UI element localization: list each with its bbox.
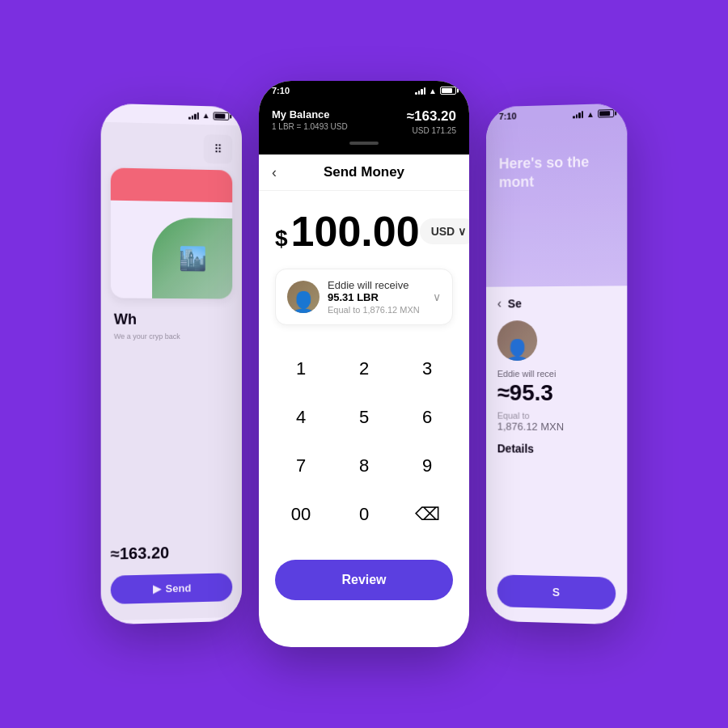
- center-currency-chevron: ∨: [458, 225, 466, 238]
- center-nav: ‹ Send Money: [259, 154, 469, 191]
- right-signal-icon: [573, 110, 583, 118]
- right-mxn-amount: 1,876.12 MXN: [497, 421, 616, 434]
- center-recipient-text: Eddie will receive 95.31 LBR Equal to 1,…: [328, 279, 433, 315]
- numpad-row-1: 1 2 3: [275, 346, 453, 392]
- center-recipient-card[interactable]: 👤 Eddie will receive 95.31 LBR Equal to …: [275, 269, 453, 325]
- center-header: My Balance 1 LBR = 1.0493 USD ≈163.20 US…: [259, 100, 469, 154]
- center-battery-icon: [440, 87, 456, 95]
- right-receive-amount: ≈95.3: [497, 380, 616, 406]
- center-receive-prefix: Eddie will receive: [328, 279, 408, 291]
- numpad-row-4: 00 0 ⌫: [275, 492, 453, 537]
- center-balance-left: My Balance 1 LBR = 1.0493 USD: [272, 108, 348, 131]
- center-drag-handle: [349, 142, 379, 145]
- left-qr-button[interactable]: ⠿: [204, 134, 233, 164]
- center-balance-label: My Balance: [272, 108, 348, 121]
- center-signal-icon: [415, 87, 425, 95]
- left-card-illustration: 🏙️: [152, 218, 232, 299]
- right-nav: ‹ Se: [497, 295, 616, 311]
- right-recipient-avatar: 👤: [497, 320, 537, 361]
- center-currency-selector[interactable]: USD ∨: [420, 218, 469, 244]
- center-review-button[interactable]: Review: [275, 560, 453, 600]
- left-what-title: Wh: [114, 311, 229, 329]
- right-wifi-icon: ▲: [586, 109, 595, 118]
- center-status-bar: 7:10 ▲: [259, 81, 469, 100]
- left-signal-icon: [188, 111, 199, 119]
- phone-center: 7:10 ▲ My Balance 1 LBR = 1.0493 USD ≈16: [259, 81, 469, 647]
- numpad-row-2: 4 5 6: [275, 395, 453, 440]
- left-send-label: Send: [166, 582, 192, 595]
- right-confirm-button[interactable]: S: [497, 574, 616, 610]
- numpad-key-0[interactable]: 0: [338, 492, 390, 537]
- center-recipient-avatar: 👤: [287, 281, 320, 313]
- phone-right: 7:10 ▲ Here's so the mont ‹: [486, 104, 627, 625]
- center-amount-row: $ 100.00 USD ∨: [275, 207, 453, 256]
- numpad-key-6[interactable]: 6: [401, 395, 453, 440]
- center-balance-right: ≈163.20 USD 171.25: [407, 108, 456, 135]
- numpad-key-1[interactable]: 1: [275, 346, 327, 392]
- left-wifi-icon: ▲: [202, 111, 210, 120]
- numpad-key-2[interactable]: 2: [338, 346, 390, 392]
- right-equal-text: Equal to: [497, 411, 616, 421]
- phones-container: ▲ ⠿ 🏙️ Wh We a your cryp back: [0, 0, 728, 728]
- right-time: 7:10: [499, 111, 517, 121]
- numpad-row-3: 7 8 9: [275, 443, 453, 489]
- send-arrow-icon: ▶: [153, 582, 161, 595]
- left-status-icons: ▲: [188, 111, 229, 121]
- numpad-key-8[interactable]: 8: [338, 443, 390, 489]
- right-nav-title: Se: [508, 297, 522, 310]
- right-receive-label: Eddie will recei: [497, 369, 616, 379]
- center-exchange-rate: 1 LBR = 1.0493 USD: [272, 122, 348, 131]
- left-what-subtitle: We a your cryp back: [114, 332, 229, 342]
- left-phone-body: ⠿ 🏙️ Wh We a your cryp back ≈163.20 ▶ Se…: [101, 122, 242, 621]
- right-content: ‹ Se 👤 Eddie will recei ≈95.3 Equal to 1…: [486, 286, 627, 472]
- center-recipient-left: 👤 Eddie will receive 95.31 LBR Equal to …: [287, 279, 433, 315]
- numpad-key-backspace[interactable]: ⌫: [401, 492, 453, 537]
- numpad-key-5[interactable]: 5: [338, 395, 390, 440]
- right-battery-icon: [598, 109, 614, 118]
- center-receive-amount-text: Eddie will receive 95.31 LBR: [328, 279, 433, 303]
- center-receive-sub: Equal to 1,876.12 MXN: [328, 305, 433, 315]
- center-amount-section: $ 100.00 USD ∨ 👤 Eddie will receive 95.: [259, 191, 469, 338]
- left-card: 🏙️: [111, 167, 232, 298]
- right-avatar-person-icon: 👤: [505, 340, 531, 361]
- left-what-section: Wh We a your cryp back: [111, 311, 232, 342]
- center-numpad: 1 2 3 4 5 6 7 8 9 00 0 ⌫: [259, 338, 469, 553]
- numpad-key-7[interactable]: 7: [275, 443, 327, 489]
- city-icon: 🏙️: [178, 245, 206, 272]
- avatar-person-icon: 👤: [290, 292, 316, 313]
- phone-left: ▲ ⠿ 🏙️ Wh We a your cryp back: [101, 104, 242, 625]
- numpad-key-4[interactable]: 4: [275, 395, 327, 440]
- center-wifi-icon: ▲: [429, 87, 437, 95]
- center-screen-title: Send Money: [324, 164, 404, 180]
- right-phone-body: Here's so the mont ‹ Se 👤 Eddie will rec…: [486, 123, 627, 622]
- center-usd-amount: USD 171.25: [407, 126, 456, 135]
- center-amount-value: 100.00: [291, 207, 420, 256]
- right-status-icons: ▲: [573, 109, 614, 119]
- numpad-key-9[interactable]: 9: [401, 443, 453, 489]
- center-back-button[interactable]: ‹: [272, 164, 277, 181]
- center-dollar-symbol: $: [275, 226, 288, 252]
- center-balance-amount: ≈163.20: [407, 108, 456, 125]
- center-status-icons: ▲: [415, 87, 456, 95]
- left-balance: ≈163.20: [111, 544, 169, 564]
- qr-icon: ⠿: [214, 142, 222, 155]
- left-send-button[interactable]: ▶ Send: [111, 573, 232, 604]
- left-battery-icon: [214, 112, 230, 120]
- numpad-key-3[interactable]: 3: [401, 346, 453, 392]
- center-currency-label: USD: [431, 225, 455, 238]
- center-receive-amount: 95.31 LBR: [328, 291, 379, 303]
- right-hero: Here's so the mont: [486, 123, 627, 287]
- center-amount-display: $ 100.00: [275, 207, 420, 256]
- center-time: 7:10: [272, 86, 290, 95]
- right-back-button[interactable]: ‹: [497, 296, 502, 311]
- center-balance-row: My Balance 1 LBR = 1.0493 USD ≈163.20 US…: [272, 108, 456, 135]
- center-recipient-chevron: ∨: [433, 290, 441, 303]
- right-details-title: Details: [497, 442, 616, 455]
- right-hero-text: Here's so the mont: [499, 152, 614, 193]
- left-card-red-bar: [111, 167, 232, 202]
- numpad-key-00[interactable]: 00: [275, 492, 327, 537]
